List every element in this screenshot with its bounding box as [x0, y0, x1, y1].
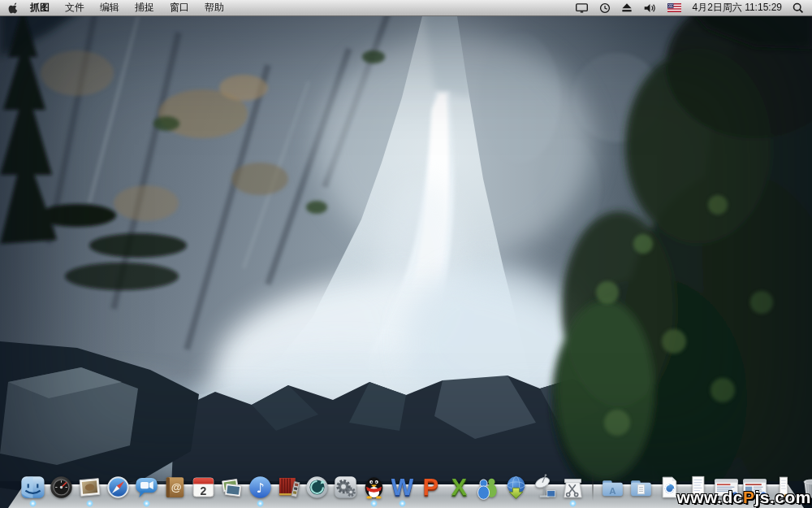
svg-text:A: A [609, 486, 616, 496]
search-icon [793, 2, 804, 14]
dock-item-minimized-document-2[interactable] [770, 474, 797, 501]
svg-text:♪: ♪ [256, 480, 265, 496]
dashboard-icon [48, 474, 75, 501]
ichat-icon [133, 474, 160, 501]
svg-text:2: 2 [201, 484, 207, 497]
dock-separator [592, 470, 594, 501]
dock-item-front-row[interactable] [275, 474, 302, 501]
display-menu-extra[interactable] [575, 2, 589, 14]
address-book-icon: @ [162, 474, 188, 501]
documents-folder-icon [628, 474, 654, 501]
apple-icon [8, 2, 19, 14]
dock: @ 2 ♪ [0, 466, 812, 508]
dock-item-document-file[interactable] [656, 474, 683, 501]
menu-file[interactable]: 文件 [65, 1, 84, 15]
menu-bar: 抓图 文件 编辑 捕捉 窗口 帮助 [0, 0, 812, 16]
qq-penguin-icon [361, 474, 387, 501]
dock-item-finder[interactable] [19, 474, 46, 501]
dock-item-minimized-window-2[interactable] [741, 474, 768, 501]
satellite-dish-icon [531, 474, 558, 501]
minimized-document-thumbnail [685, 474, 711, 501]
applications-folder-icon: A [599, 474, 626, 501]
sync-menu-extra[interactable] [599, 2, 611, 14]
document-file-icon [656, 474, 683, 501]
running-indicator [569, 500, 577, 507]
dock-item-downloader[interactable] [503, 474, 529, 501]
ical-icon: 2 [190, 474, 217, 501]
dock-item-system-preferences[interactable] [332, 474, 359, 501]
minimized-document-thumbnail [770, 474, 797, 501]
msn-people-icon [474, 474, 501, 501]
dock-item-remote-desktop[interactable] [531, 474, 558, 501]
menu-window[interactable]: 窗口 [170, 1, 189, 15]
dock-items: @ 2 ♪ [19, 470, 812, 501]
dock-item-photo-booth[interactable] [218, 474, 245, 501]
minimized-window-thumbnail [741, 474, 768, 501]
dock-item-applications-folder[interactable]: A [599, 474, 626, 501]
menu-bar-status-area: 4月2日周六 11:15:29 [575, 1, 812, 15]
eject-icon [621, 2, 633, 13]
minimized-window-thumbnail [713, 474, 740, 501]
dock-item-documents-folder[interactable] [628, 474, 654, 501]
dock-item-msn-messenger[interactable] [474, 474, 501, 501]
dock-item-qq[interactable] [361, 474, 387, 501]
volume-icon [643, 2, 657, 14]
eject-menu-extra[interactable] [621, 2, 633, 13]
running-indicator [86, 500, 93, 507]
running-indicator [257, 500, 264, 507]
system-preferences-icon [332, 474, 359, 501]
apple-menu[interactable] [8, 2, 19, 14]
globe-download-icon [503, 474, 529, 501]
dock-item-ichat[interactable] [133, 474, 160, 501]
front-row-icon [275, 474, 302, 501]
dock-item-excel[interactable]: X [446, 474, 473, 501]
input-source-menu-extra[interactable] [667, 3, 681, 12]
itunes-icon: ♪ [247, 474, 274, 501]
dock-item-itunes[interactable]: ♪ [247, 474, 274, 501]
grab-scissors-icon [559, 474, 586, 501]
volume-menu-extra[interactable] [643, 2, 657, 14]
us-flag-icon [667, 3, 681, 12]
spotlight-menu-extra[interactable] [793, 2, 804, 14]
time-machine-icon [304, 474, 330, 501]
excel-x-icon: X [446, 474, 473, 501]
dock-item-word[interactable]: W [389, 474, 416, 501]
dock-item-ical[interactable]: 2 [190, 474, 217, 501]
running-indicator [29, 500, 37, 507]
dock-item-safari[interactable] [105, 474, 132, 501]
dock-item-trash[interactable] [798, 474, 812, 501]
safari-icon [105, 474, 132, 501]
svg-text:@: @ [171, 481, 182, 493]
dock-item-minimized-document[interactable] [685, 474, 711, 501]
dock-item-address-book[interactable]: @ [162, 474, 188, 501]
desktop-wallpaper[interactable] [0, 0, 812, 508]
preview-icon [76, 474, 103, 501]
dock-item-powerpoint[interactable]: P [417, 474, 444, 501]
word-w-icon: W [389, 474, 416, 501]
dock-item-minimized-window-1[interactable] [713, 474, 740, 501]
menu-help[interactable]: 帮助 [205, 1, 224, 15]
menu-edit[interactable]: 编辑 [100, 1, 119, 15]
menu-capture[interactable]: 捕捉 [135, 1, 154, 15]
waterfall-scene [0, 0, 812, 508]
running-indicator [370, 500, 378, 507]
trash-icon [798, 474, 812, 501]
powerpoint-p-icon: P [417, 474, 444, 501]
photo-stack-icon [218, 474, 245, 501]
menu-grab[interactable]: 抓图 [30, 1, 50, 15]
display-icon [575, 2, 589, 14]
dock-item-grab[interactable] [559, 474, 586, 501]
dock-item-preview[interactable] [76, 474, 103, 501]
menu-bar-clock[interactable]: 4月2日周六 11:15:29 [692, 1, 782, 15]
running-indicator [399, 500, 406, 507]
dock-item-dashboard[interactable] [48, 474, 75, 501]
running-indicator [143, 500, 150, 507]
clock-icon [599, 2, 611, 14]
dock-item-time-machine[interactable] [304, 474, 330, 501]
finder-icon [19, 474, 46, 501]
